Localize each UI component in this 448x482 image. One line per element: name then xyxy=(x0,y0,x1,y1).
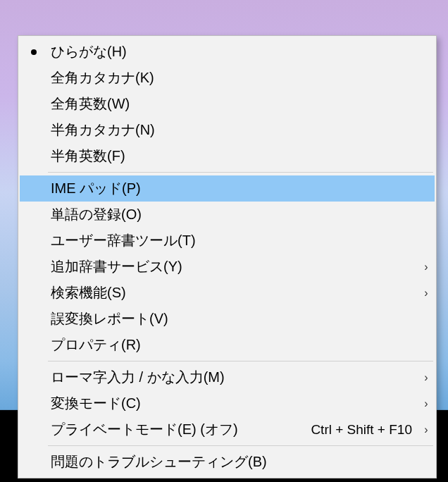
submenu-indicator: › xyxy=(418,371,435,384)
menu-item-zenkaku-eisu[interactable]: 全角英数(W) xyxy=(20,91,435,117)
menu-item-label: 半角英数(F) xyxy=(48,147,418,166)
submenu-indicator: › xyxy=(418,287,435,299)
chevron-right-icon: › xyxy=(424,397,428,410)
menu-item-properties[interactable]: プロパティ(R) xyxy=(20,332,435,358)
menu-item-label: プロパティ(R) xyxy=(48,335,418,354)
menu-item-search-func[interactable]: 検索機能(S)› xyxy=(20,280,435,306)
menu-item-romaji-kana-input[interactable]: ローマ字入力 / かな入力(M)› xyxy=(20,364,435,390)
menu-item-hankaku-eisu[interactable]: 半角英数(F) xyxy=(20,143,435,169)
menu-item-label: 変換モード(C) xyxy=(48,394,418,413)
menu-separator xyxy=(48,172,433,173)
menu-item-label: IME パッド(P) xyxy=(48,179,418,198)
menu-item-label: 全角カタカナ(K) xyxy=(48,68,418,87)
chevron-right-icon: › xyxy=(424,371,428,384)
menu-item-hankaku-katakana[interactable]: 半角カタカナ(N) xyxy=(20,117,435,143)
menu-item-label: プライベートモード(E) (オフ) xyxy=(48,420,311,439)
menu-item-label: ひらがな(H) xyxy=(48,42,418,61)
menu-item-ime-pad[interactable]: IME パッド(P) xyxy=(20,175,435,202)
submenu-indicator: › xyxy=(418,397,435,410)
submenu-indicator: › xyxy=(418,261,435,273)
chevron-right-icon: › xyxy=(424,261,428,273)
ime-context-menu[interactable]: ひらがな(H)全角カタカナ(K)全角英数(W)半角カタカナ(N)半角英数(F)I… xyxy=(18,35,437,478)
menu-item-hiragana[interactable]: ひらがな(H) xyxy=(20,39,435,65)
menu-separator xyxy=(48,445,433,446)
menu-item-misconv-report[interactable]: 誤変換レポート(V) xyxy=(20,306,435,332)
desktop-viewport: 2017/01/12 2 ひらがな(H)全角カタカナ(K)全角英数(W)半角カタ… xyxy=(0,0,448,482)
radio-indicator xyxy=(20,49,48,55)
submenu-indicator: › xyxy=(418,424,435,436)
menu-item-user-dict-tool[interactable]: ユーザー辞書ツール(T) xyxy=(20,228,435,254)
menu-item-addon-dict[interactable]: 追加辞書サービス(Y)› xyxy=(20,254,435,280)
menu-item-label: ローマ字入力 / かな入力(M) xyxy=(48,368,418,387)
menu-item-label: 検索機能(S) xyxy=(48,283,418,302)
menu-separator xyxy=(48,361,433,362)
menu-item-label: ユーザー辞書ツール(T) xyxy=(48,231,418,250)
menu-item-label: 単語の登録(O) xyxy=(48,205,418,224)
menu-item-word-register[interactable]: 単語の登録(O) xyxy=(20,202,435,228)
menu-item-conversion-mode[interactable]: 変換モード(C)› xyxy=(20,390,435,416)
menu-item-label: 問題のトラブルシューティング(B) xyxy=(48,452,418,471)
chevron-right-icon: › xyxy=(424,424,428,436)
menu-item-label: 全角英数(W) xyxy=(48,94,418,113)
menu-item-label: 追加辞書サービス(Y) xyxy=(48,257,418,276)
menu-item-shortcut: Ctrl + Shift + F10 xyxy=(311,422,418,438)
menu-item-troubleshoot[interactable]: 問題のトラブルシューティング(B) xyxy=(20,449,435,475)
menu-item-label: 誤変換レポート(V) xyxy=(48,309,418,328)
chevron-right-icon: › xyxy=(424,287,428,299)
menu-item-label: 半角カタカナ(N) xyxy=(48,121,418,140)
menu-item-private-mode[interactable]: プライベートモード(E) (オフ)Ctrl + Shift + F10› xyxy=(20,416,435,443)
radio-dot-icon xyxy=(31,49,37,55)
menu-item-zenkaku-katakana[interactable]: 全角カタカナ(K) xyxy=(20,65,435,91)
